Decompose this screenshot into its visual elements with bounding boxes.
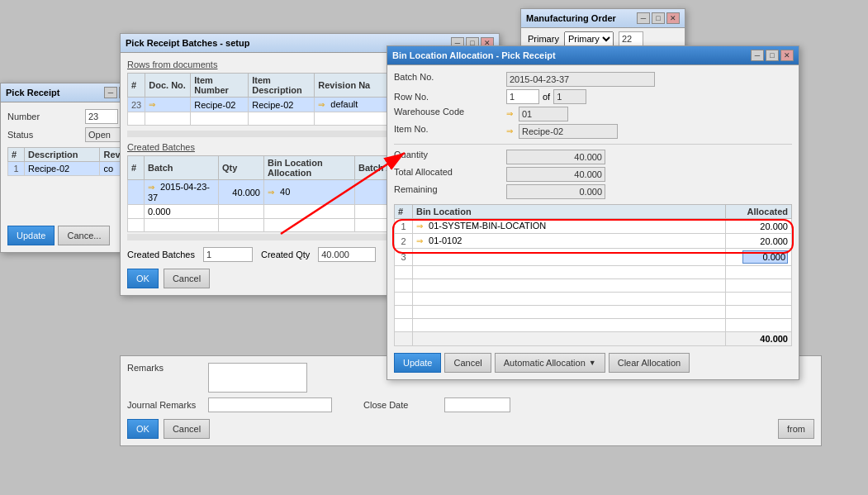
bin-col-allocated: Allocated bbox=[726, 205, 792, 219]
mfg-minimize-btn[interactable]: ─ bbox=[637, 12, 650, 24]
pr-number-input[interactable] bbox=[85, 109, 118, 124]
bin-row2-loc: ⇒ 01-0102 bbox=[413, 234, 726, 249]
bin-col-num: # bbox=[395, 205, 413, 219]
row-of-value-input bbox=[553, 89, 586, 104]
bin-row1-arrow: ⇒ bbox=[416, 221, 426, 231]
ba-update-btn[interactable]: Update bbox=[394, 353, 441, 373]
journal-remarks-input[interactable] bbox=[208, 397, 332, 412]
bin-table-row-3[interactable]: 3 bbox=[395, 249, 792, 266]
bin-row2-arrow: ⇒ bbox=[416, 236, 426, 246]
batch-row-binloc[interactable]: ⇒ 40 bbox=[264, 180, 355, 205]
be2-num bbox=[128, 219, 145, 232]
ba-clear-alloc-btn[interactable]: Clear Allocation bbox=[609, 353, 690, 373]
be5-n bbox=[395, 319, 413, 332]
pr-col-desc: Description bbox=[25, 148, 100, 162]
created-batches-count-input[interactable] bbox=[203, 247, 253, 262]
close-date-input[interactable] bbox=[444, 397, 510, 412]
bin-total-blank2 bbox=[413, 332, 726, 346]
doc-row-num: 23 bbox=[128, 98, 145, 112]
doc-arrow-icon: ⇒ bbox=[149, 100, 159, 110]
bin-row2-num: 2 bbox=[395, 234, 413, 249]
row-no-input[interactable] bbox=[506, 89, 539, 104]
ba-auto-alloc-btn[interactable]: Automatic Allocation ▼ bbox=[495, 353, 605, 373]
be2-a bbox=[726, 279, 792, 293]
warehouse-arrow-icon: ⇒ bbox=[506, 109, 516, 119]
be1-n bbox=[395, 266, 413, 279]
be2-binloc bbox=[264, 219, 355, 232]
remarks-textarea[interactable] bbox=[208, 363, 307, 393]
be1-qty bbox=[219, 205, 264, 219]
bin-empty-2 bbox=[395, 279, 792, 293]
batch-col-binloc: Bin Location Allocation bbox=[264, 156, 355, 180]
bin-total-value: 40.000 bbox=[726, 332, 792, 346]
ba-close-btn[interactable]: ✕ bbox=[780, 50, 794, 61]
primary-value-input[interactable] bbox=[619, 31, 643, 46]
journal-remarks-label: Journal Remarks bbox=[127, 400, 202, 410]
remaining-label: Remaining bbox=[394, 184, 501, 199]
be2-l bbox=[413, 279, 726, 293]
bin-table: # Bin Location Allocated 1 ⇒ 01-SYSTEM-B… bbox=[394, 204, 792, 346]
item-no-label: Item No. bbox=[394, 124, 501, 139]
be2-n bbox=[395, 279, 413, 293]
pr-update-btn[interactable]: Update bbox=[7, 226, 55, 245]
mfg-maximize-btn[interactable]: □ bbox=[652, 12, 665, 24]
ba-auto-dropdown-icon[interactable]: ▼ bbox=[589, 359, 596, 367]
bin-total-row: 40.000 bbox=[395, 332, 792, 346]
close-date-label: Close Date bbox=[363, 400, 438, 410]
bin-table-row-2[interactable]: 2 ⇒ 01-0102 20.000 bbox=[395, 234, 792, 249]
bin-alloc-title-bar: Bin Location Allocation - Pick Receipt ─… bbox=[387, 46, 799, 65]
row-no-container: of bbox=[506, 89, 792, 104]
pr-status-label: Status bbox=[7, 130, 82, 140]
bin-total-blank1 bbox=[395, 332, 413, 346]
pr-row-num: 1 bbox=[8, 162, 25, 176]
batch-cancel-btn[interactable]: Cancel bbox=[164, 269, 210, 288]
mfg-title-bar: Manufacturing Order ─ □ ✕ bbox=[521, 9, 685, 28]
batch-no-input bbox=[506, 72, 655, 87]
total-allocated-input bbox=[506, 167, 605, 182]
primary-select[interactable]: Primary bbox=[564, 31, 614, 46]
ba-cancel-btn[interactable]: Cancel bbox=[444, 353, 491, 373]
mfg-title-buttons: ─ □ ✕ bbox=[637, 12, 680, 24]
be1-l bbox=[413, 266, 726, 279]
be4-l bbox=[413, 306, 726, 319]
bottom-cancel-btn[interactable]: Cancel bbox=[164, 419, 210, 439]
batch-no-label: Batch No. bbox=[394, 72, 501, 87]
bin-row2-alloc: 20.000 bbox=[726, 234, 792, 249]
created-qty-input[interactable] bbox=[318, 247, 376, 262]
item-arrow-icon: ⇒ bbox=[506, 126, 516, 136]
bin-row3-input[interactable] bbox=[742, 250, 788, 264]
bin-table-row-1[interactable]: 1 ⇒ 01-SYSTEM-BIN-LOCATION 20.000 bbox=[395, 219, 792, 234]
bin-alloc-content: Batch No. Row No. of Warehouse Code ⇒ It… bbox=[387, 65, 799, 379]
ba-minimize-btn[interactable]: ─ bbox=[751, 50, 764, 61]
bin-row1-loc: ⇒ 01-SYSTEM-BIN-LOCATION bbox=[413, 219, 726, 234]
bin-row1-num: 1 bbox=[395, 219, 413, 234]
bin-empty-3 bbox=[395, 293, 792, 306]
journal-row: Journal Remarks Close Date bbox=[127, 397, 814, 412]
mfg-close-btn[interactable]: ✕ bbox=[666, 12, 680, 24]
doc-col-num: # bbox=[128, 74, 145, 98]
doc-empty-num bbox=[128, 112, 145, 126]
quantity-label: Quantity bbox=[394, 150, 501, 164]
doc-col-docno: Doc. No. bbox=[145, 74, 191, 98]
bin-empty-4 bbox=[395, 306, 792, 319]
be3-a bbox=[726, 293, 792, 306]
doc-rev-arrow-icon: ⇒ bbox=[318, 100, 328, 110]
batch-ok-btn[interactable]: OK bbox=[127, 269, 159, 288]
batch-col-num: # bbox=[128, 156, 145, 180]
mfg-title: Manufacturing Order bbox=[526, 13, 616, 23]
pr-bg-minimize-btn[interactable]: ─ bbox=[104, 87, 117, 98]
be3-n bbox=[395, 293, 413, 306]
ba-maximize-btn[interactable]: □ bbox=[766, 50, 779, 61]
bin-alloc-buttons: Update Cancel Automatic Allocation ▼ Cle… bbox=[394, 353, 792, 373]
be3-l bbox=[413, 293, 726, 306]
doc-row-item: Recipe-02 bbox=[191, 98, 249, 112]
bottom-from-btn[interactable]: from bbox=[778, 419, 814, 439]
batch-row-qty: 40.000 bbox=[219, 180, 264, 205]
doc-empty-docno bbox=[145, 112, 191, 126]
bin-row3-alloc bbox=[726, 249, 792, 266]
pr-cancel-btn[interactable]: Cance... bbox=[58, 226, 110, 245]
bottom-ok-btn[interactable]: OK bbox=[127, 419, 159, 439]
bin-table-container: # Bin Location Allocated 1 ⇒ 01-SYSTEM-B… bbox=[394, 204, 792, 346]
binloc-arrow-icon: ⇒ bbox=[268, 188, 277, 198]
pick-receipt-bg-title: Pick Receipt bbox=[6, 88, 59, 98]
